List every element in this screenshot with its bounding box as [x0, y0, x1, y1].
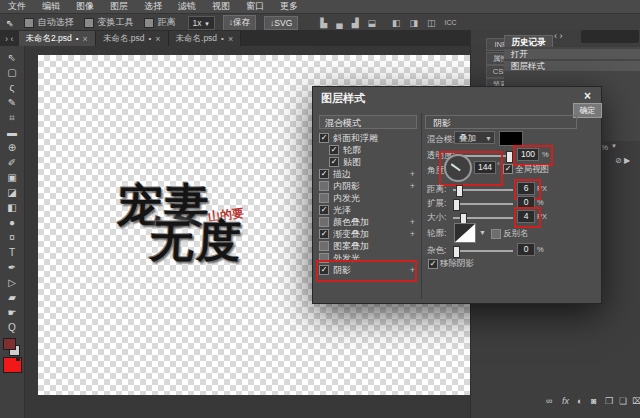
type-tool[interactable]: T: [0, 245, 24, 260]
angle-dial[interactable]: [444, 154, 472, 182]
eyedropper-tool[interactable]: ▬: [0, 125, 24, 140]
noise-slider-handle[interactable]: [453, 246, 460, 258]
fill-tool[interactable]: ◧: [0, 200, 24, 215]
eraser-tool[interactable]: ◪: [0, 185, 24, 200]
ok-button[interactable]: 确定: [573, 103, 602, 118]
layer-lock-icons[interactable]: ⊘ ▶: [615, 156, 630, 165]
menu-window[interactable]: 窗口: [238, 0, 272, 13]
foreground-color-swatch[interactable]: [3, 338, 16, 350]
antialias-checkbox[interactable]: [491, 229, 501, 239]
close-icon[interactable]: ×: [155, 34, 160, 44]
tab-untitled2[interactable]: 未命名2.psd • ×: [19, 31, 96, 46]
style-item-color-overlay[interactable]: 颜色叠加 +: [319, 216, 417, 228]
noise-value[interactable]: 0: [517, 243, 535, 256]
tab-scroll-arrows[interactable]: › ‹: [0, 34, 19, 46]
style-item-gradient-overlay[interactable]: ✓ 渐变叠加 +: [319, 228, 417, 240]
healing-tool[interactable]: ⊕: [0, 140, 24, 155]
global-light-checkbox[interactable]: ✓: [503, 164, 513, 174]
opacity-value[interactable]: 100: [517, 148, 539, 161]
angle-value[interactable]: 144: [474, 161, 496, 174]
distribute-icon[interactable]: ◨: [410, 18, 419, 28]
spread-slider-handle[interactable]: [453, 199, 460, 211]
close-icon[interactable]: ×: [584, 89, 591, 103]
brush-tool[interactable]: ✐: [0, 155, 24, 170]
checkbox[interactable]: [319, 253, 329, 263]
quick-select-tool[interactable]: ✎: [0, 95, 24, 110]
expand-icon[interactable]: +: [410, 168, 415, 180]
clone-stamp-tool[interactable]: ▣: [0, 170, 24, 185]
new-layer-icon[interactable]: ❏: [619, 396, 627, 406]
align-icon[interactable]: ▄: [336, 18, 342, 28]
checkbox[interactable]: ✓: [329, 157, 339, 167]
menu-view[interactable]: 视图: [204, 0, 238, 13]
distribute-icon[interactable]: ◧: [392, 18, 401, 28]
knockout-checkbox[interactable]: ✓: [428, 259, 438, 269]
checkbox[interactable]: [319, 181, 329, 191]
shape-tool[interactable]: ▰: [0, 290, 24, 305]
crop-tool[interactable]: ⌗: [0, 110, 24, 125]
distance-slider-handle[interactable]: [456, 185, 463, 197]
menu-layer[interactable]: 图层: [102, 0, 136, 13]
checkbox[interactable]: ✓: [319, 169, 329, 179]
menu-file[interactable]: 文件: [0, 0, 34, 13]
adjustment-icon[interactable]: ◐: [577, 396, 582, 406]
checkbox[interactable]: ✓: [319, 205, 329, 215]
shadow-color-swatch[interactable]: [499, 131, 523, 146]
blend-mode-dropdown[interactable]: 叠加 ▼: [454, 131, 495, 144]
menu-select[interactable]: 选择: [136, 0, 170, 13]
style-item-outer-glow[interactable]: 外发光: [319, 252, 417, 264]
style-item-satin[interactable]: ✓ 光泽: [319, 204, 417, 216]
style-item-contour[interactable]: ✓ 轮廓: [319, 144, 417, 156]
mask-icon[interactable]: ◙: [591, 396, 596, 406]
spread-value[interactable]: 0: [517, 196, 535, 209]
checkbox[interactable]: ✓: [329, 145, 339, 155]
blend-mode-header[interactable]: 混合模式: [319, 115, 417, 129]
menu-image[interactable]: 图像: [68, 0, 102, 13]
checkbox[interactable]: ✓: [319, 133, 329, 143]
delete-icon[interactable]: ⌦: [632, 396, 640, 406]
style-item-inner-shadow[interactable]: 内阴影 +: [319, 180, 417, 192]
style-item-stroke[interactable]: ✓ 描边 +: [319, 168, 417, 180]
menu-more[interactable]: 更多: [272, 0, 306, 13]
close-icon[interactable]: ×: [83, 34, 88, 44]
opacity-slider-handle[interactable]: [506, 151, 513, 163]
checkbox[interactable]: [319, 193, 329, 203]
size-value[interactable]: 4: [517, 210, 535, 223]
transform-checkbox[interactable]: [84, 18, 94, 28]
checkbox[interactable]: ✓: [319, 265, 329, 275]
tab-untitled[interactable]: 未命名.psd • ×: [96, 31, 169, 46]
history-item-layer-style[interactable]: 图层样式: [504, 61, 640, 71]
effects-icon[interactable]: fx: [562, 396, 569, 406]
checkbox[interactable]: [319, 217, 329, 227]
distance-checkbox[interactable]: [144, 18, 154, 28]
expand-icon[interactable]: +: [410, 228, 415, 240]
close-icon[interactable]: ×: [228, 34, 233, 44]
expand-icon[interactable]: +: [410, 180, 415, 192]
distance-value[interactable]: 6: [517, 182, 535, 195]
hand-tool[interactable]: ☛: [0, 305, 24, 320]
align-icon[interactable]: ▙: [320, 18, 327, 28]
save-psd-button[interactable]: ↓保存: [223, 15, 256, 31]
menu-edit[interactable]: 编辑: [34, 0, 68, 13]
auto-select-checkbox[interactable]: [24, 18, 34, 28]
spread-slider[interactable]: [453, 203, 513, 205]
direct-select-tool[interactable]: ▷: [0, 275, 24, 290]
distribute-icon[interactable]: ◫: [427, 18, 436, 28]
chevron-down-icon[interactable]: ▼: [479, 229, 486, 236]
chevron-down-icon[interactable]: ▼: [611, 143, 617, 149]
align-icon[interactable]: ⬓: [368, 18, 377, 28]
tab-untitled-2[interactable]: 未命名.psd • ×: [169, 31, 242, 46]
align-icon[interactable]: ▟: [352, 18, 359, 28]
noise-slider[interactable]: [453, 250, 513, 252]
link-icon[interactable]: ∞: [546, 396, 552, 406]
menu-filter[interactable]: 滤镜: [170, 0, 204, 13]
checkbox[interactable]: [319, 241, 329, 251]
checkbox[interactable]: ✓: [319, 229, 329, 239]
style-item-inner-glow[interactable]: 内发光: [319, 192, 417, 204]
contour-thumbnail[interactable]: [454, 223, 476, 243]
lasso-tool[interactable]: ς: [0, 80, 24, 95]
style-item-texture[interactable]: ✓ 贴图: [319, 156, 417, 168]
blur-tool[interactable]: ●: [0, 215, 24, 230]
style-item-bevel-emboss[interactable]: ✓ 斜面和浮雕: [319, 132, 417, 144]
dodge-tool[interactable]: ¤: [0, 230, 24, 245]
